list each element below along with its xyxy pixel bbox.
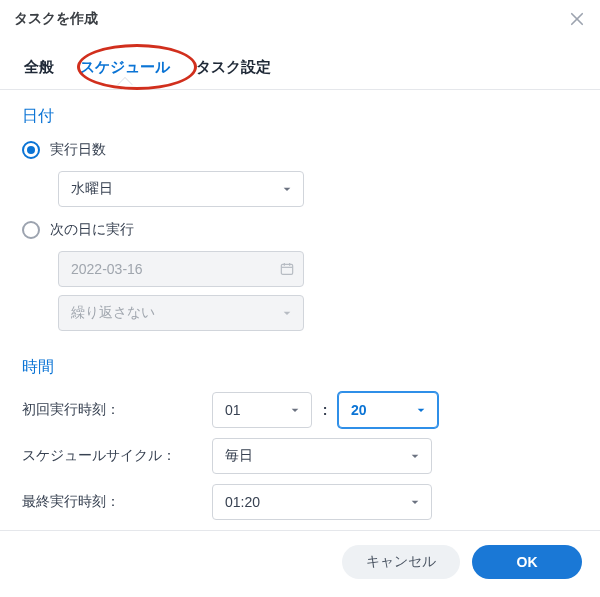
calendar-icon xyxy=(279,261,295,277)
select-value: 01:20 xyxy=(225,494,260,510)
last-run-select[interactable]: 01:20 xyxy=(212,484,432,520)
chevron-down-icon xyxy=(279,305,295,321)
ok-button[interactable]: OK xyxy=(472,545,582,579)
dialog-body: 日付 実行日数 水曜日 次の日に実行 2022-03-16 xyxy=(0,90,600,530)
select-value: 20 xyxy=(351,402,367,418)
tab-task-settings[interactable]: タスク設定 xyxy=(194,54,273,89)
first-run-hour-select[interactable]: 01 xyxy=(212,392,312,428)
last-run-label: 最終実行時刻： xyxy=(22,493,212,511)
button-label: キャンセル xyxy=(366,553,436,571)
weekday-select[interactable]: 水曜日 xyxy=(58,171,304,207)
tab-label: スケジュール xyxy=(80,58,170,75)
dialog-title: タスクを作成 xyxy=(14,10,98,28)
chevron-down-icon xyxy=(413,402,429,418)
select-value: 水曜日 xyxy=(71,180,113,198)
tab-schedule[interactable]: スケジュール xyxy=(78,54,172,89)
select-value: 繰り返さない xyxy=(71,304,155,322)
create-task-dialog: タスクを作成 全般 スケジュール タスク設定 日付 実行日数 水曜日 xyxy=(0,0,600,597)
tab-bar: 全般 スケジュール タスク設定 xyxy=(0,36,600,89)
close-icon[interactable] xyxy=(568,10,586,28)
titlebar: タスクを作成 xyxy=(0,0,600,36)
select-value: 毎日 xyxy=(225,447,253,465)
tab-general[interactable]: 全般 xyxy=(22,54,56,89)
chevron-down-icon xyxy=(407,494,423,510)
last-run-row: 最終実行時刻： 01:20 xyxy=(22,484,578,520)
first-run-minute-select[interactable]: 20 xyxy=(338,392,438,428)
radio-run-days[interactable]: 実行日数 xyxy=(22,141,578,159)
cycle-row: スケジュールサイクル： 毎日 xyxy=(22,438,578,474)
cycle-label: スケジュールサイクル： xyxy=(22,447,212,465)
chevron-down-icon xyxy=(407,448,423,464)
chevron-down-icon xyxy=(287,402,303,418)
button-label: OK xyxy=(517,554,538,570)
time-colon: : xyxy=(312,402,338,418)
first-run-label: 初回実行時刻： xyxy=(22,401,212,419)
select-value: 01 xyxy=(225,402,241,418)
radio-icon xyxy=(22,141,40,159)
radio-label: 次の日に実行 xyxy=(50,221,134,239)
first-run-row: 初回実行時刻： 01 : 20 xyxy=(22,392,578,428)
date-value: 2022-03-16 xyxy=(71,261,143,277)
cancel-button[interactable]: キャンセル xyxy=(342,545,460,579)
tab-label: 全般 xyxy=(24,58,54,75)
chevron-down-icon xyxy=(279,181,295,197)
date-picker: 2022-03-16 xyxy=(58,251,304,287)
date-section-title: 日付 xyxy=(22,106,578,127)
tab-label: タスク設定 xyxy=(196,58,271,75)
svg-rect-2 xyxy=(281,264,292,274)
time-section-title: 時間 xyxy=(22,357,578,378)
cycle-select[interactable]: 毎日 xyxy=(212,438,432,474)
radio-icon xyxy=(22,221,40,239)
radio-label: 実行日数 xyxy=(50,141,106,159)
repeat-select: 繰り返さない xyxy=(58,295,304,331)
dialog-footer: キャンセル OK xyxy=(0,530,600,597)
radio-next-run[interactable]: 次の日に実行 xyxy=(22,221,578,239)
